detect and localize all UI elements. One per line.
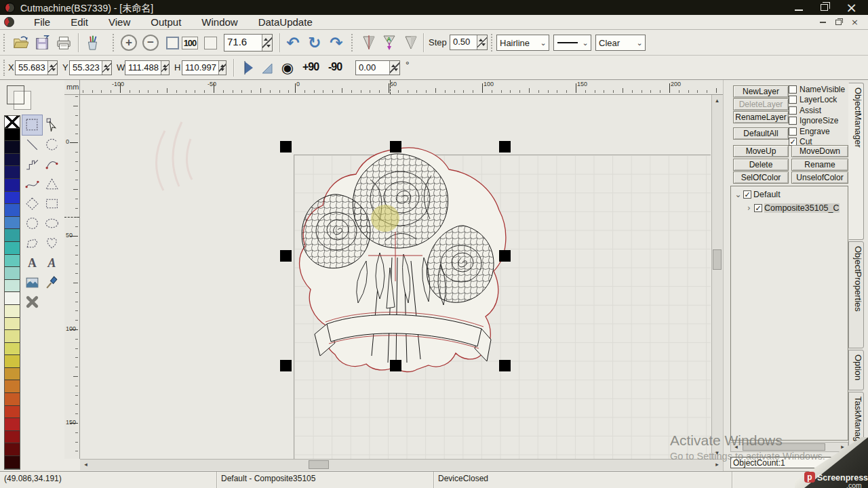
palette-swatch-3[interactable] xyxy=(5,154,20,167)
checkbox-unchecked-icon[interactable] xyxy=(789,85,797,94)
refresh-button[interactable]: ↻ xyxy=(305,33,324,52)
scroll-up-icon[interactable]: ▴ xyxy=(712,96,722,106)
fill-type-dropdown[interactable]: Clear ⌄ xyxy=(595,35,646,51)
palette-swatch-4[interactable] xyxy=(5,166,20,179)
tool-arc[interactable] xyxy=(42,135,62,155)
tool-eyedropper[interactable] xyxy=(42,272,62,292)
menu-view[interactable]: View xyxy=(98,15,140,29)
y-position-value[interactable]: 55.323 xyxy=(70,61,102,75)
palette-swatch-6[interactable] xyxy=(5,192,20,205)
palette-swatch-21[interactable] xyxy=(5,380,20,393)
selection-handle-4[interactable] xyxy=(499,250,511,262)
x-position-value[interactable]: 55.683 xyxy=(16,61,47,75)
palette-swatch-7[interactable] xyxy=(5,204,20,217)
mirror-vertical-button[interactable] xyxy=(258,58,277,77)
tree-checkbox-icon[interactable]: ✓ xyxy=(754,204,762,212)
tool-rectangle[interactable] xyxy=(42,194,62,214)
spinner-arrows[interactable] xyxy=(477,35,487,49)
zoom-level-value[interactable]: 71.6 xyxy=(224,35,262,51)
palette-swatch-15[interactable] xyxy=(5,305,20,318)
move-up-button[interactable]: MoveUp xyxy=(733,145,789,157)
checkbox-ignoresize[interactable]: IgnoreSize xyxy=(789,116,845,127)
drawing-canvas[interactable] xyxy=(80,95,711,459)
scroll-right-icon[interactable]: ▸ xyxy=(712,460,722,470)
checkbox-namevisible[interactable]: NameVisible xyxy=(789,84,845,95)
mdi-close-button[interactable]: × xyxy=(851,19,859,26)
blade-origin-button[interactable] xyxy=(359,33,378,52)
chevron-right-icon[interactable]: › xyxy=(745,203,753,213)
scroll-down-icon[interactable]: ▾ xyxy=(712,448,722,458)
checkbox-assist[interactable]: Assist xyxy=(789,105,845,116)
line-type-dropdown[interactable]: Hairline ⌄ xyxy=(496,35,549,51)
tool-circle[interactable] xyxy=(22,214,42,233)
new-layer-button[interactable]: NewLayer xyxy=(733,85,789,98)
palette-swatch-26[interactable] xyxy=(5,443,20,456)
selection-handle-1[interactable] xyxy=(390,141,401,152)
chevron-down-icon[interactable]: ⌄ xyxy=(734,190,743,199)
y-position-spinner[interactable]: 55.323 xyxy=(69,60,112,75)
palette-swatch-17[interactable] xyxy=(5,330,20,343)
selection-handle-7[interactable] xyxy=(499,360,511,371)
palette-swatch-9[interactable] xyxy=(5,229,20,242)
tree-item-composite35105_c[interactable]: ›✓Composite35105_C xyxy=(731,202,848,214)
spinner-arrows[interactable] xyxy=(102,61,111,75)
palette-swatch-1[interactable] xyxy=(5,129,20,142)
toolbar-grip[interactable] xyxy=(3,34,5,52)
rename-button[interactable]: Rename xyxy=(791,159,848,171)
angle-value[interactable]: 0.00 xyxy=(356,61,389,75)
undo-button[interactable]: ↶ xyxy=(283,33,302,52)
step-spinner[interactable]: 0.50 xyxy=(450,35,488,50)
spinner-arrows[interactable] xyxy=(47,61,57,75)
width-spinner[interactable]: 111.488 xyxy=(125,60,170,75)
spinner-arrows[interactable] xyxy=(161,61,169,75)
zoom-level-spinner[interactable]: 71.6 xyxy=(224,34,273,52)
selection-handle-6[interactable] xyxy=(390,360,401,371)
tab-objectproperties[interactable]: ObjectProperties xyxy=(848,241,864,348)
tab-option[interactable]: Option xyxy=(848,350,864,390)
default-all-button[interactable]: DefaultAll xyxy=(733,127,789,140)
selection-handle-5[interactable] xyxy=(280,360,292,371)
checkbox-unchecked-icon[interactable] xyxy=(789,117,797,125)
delete-button[interactable]: Delete xyxy=(733,159,789,171)
tool-curve[interactable] xyxy=(22,174,42,194)
palette-swatch-12[interactable] xyxy=(5,267,20,280)
tool-image[interactable] xyxy=(22,272,42,292)
canvas-horizontal-scrollbar[interactable]: ◂ ▸ xyxy=(80,459,723,470)
sel-of-color-button[interactable]: SelOfColor xyxy=(733,171,789,184)
palette-swatch-16[interactable] xyxy=(5,318,20,331)
palette-swatch-2[interactable] xyxy=(5,141,20,154)
scroll-left-icon[interactable]: ◂ xyxy=(731,442,741,452)
menu-dataupdate[interactable]: DataUpdate xyxy=(248,15,323,29)
restore-button[interactable] xyxy=(821,0,828,15)
step-value[interactable]: 0.50 xyxy=(450,35,477,49)
zoom-fit-button[interactable] xyxy=(163,33,182,52)
mdi-restore-button[interactable] xyxy=(835,20,842,25)
tree-checkbox-icon[interactable]: ✓ xyxy=(743,190,751,199)
blade-plain-button[interactable] xyxy=(401,33,420,52)
tool-polyline[interactable] xyxy=(22,155,42,174)
palette-none-swatch[interactable] xyxy=(5,116,20,129)
menu-edit[interactable]: Edit xyxy=(60,15,98,29)
redo-button[interactable]: ↷ xyxy=(327,33,346,52)
close-button[interactable]: × xyxy=(846,0,857,15)
zoom-100-button[interactable]: 100 xyxy=(180,33,199,52)
tree-item-default[interactable]: ⌄✓Default xyxy=(731,188,848,200)
checkbox-layerlock[interactable]: LayerLock xyxy=(789,95,845,106)
unsel-of-color-button[interactable]: UnselofColor xyxy=(791,171,848,184)
menu-output[interactable]: Output xyxy=(140,15,191,29)
current-color-swatch[interactable] xyxy=(7,85,24,104)
palette-swatch-20[interactable] xyxy=(5,368,20,381)
tool-triangle[interactable] xyxy=(42,174,62,194)
selection-handle-0[interactable] xyxy=(280,141,292,152)
rename-layer-button[interactable]: RenameLayer xyxy=(733,111,789,123)
horizontal-ruler[interactable]: -100-50050100150200 xyxy=(80,80,723,95)
palette-swatch-8[interactable] xyxy=(5,217,20,230)
selection-handle-3[interactable] xyxy=(280,250,292,262)
open-button[interactable] xyxy=(11,33,30,52)
palette-swatch-27[interactable] xyxy=(5,456,20,469)
checkbox-unchecked-icon[interactable] xyxy=(789,96,797,104)
zoom-blank-button[interactable] xyxy=(201,33,220,52)
palette-swatch-22[interactable] xyxy=(5,393,20,406)
minimize-button[interactable] xyxy=(795,0,803,15)
spinner-arrows[interactable] xyxy=(389,61,399,75)
